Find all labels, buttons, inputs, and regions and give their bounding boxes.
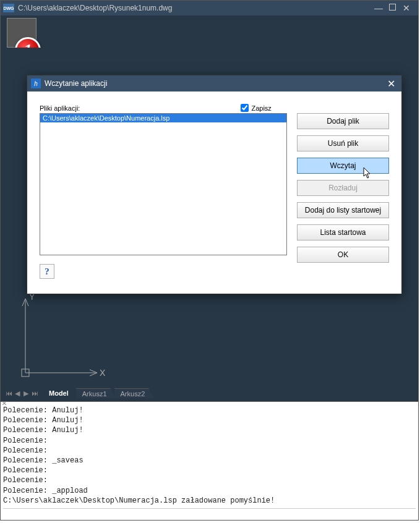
ok-button[interactable]: OK bbox=[297, 247, 389, 263]
console-marker-icon: ✕ bbox=[2, 398, 7, 409]
console-line: Polecenie: bbox=[3, 446, 416, 456]
add-file-button[interactable]: Dodaj plik bbox=[297, 113, 389, 129]
startup-list-button[interactable]: Lista startowa bbox=[297, 224, 389, 240]
tab-nav-prev[interactable]: ◀ bbox=[13, 389, 22, 398]
tab-nav-last[interactable]: ⏭ bbox=[30, 389, 39, 398]
help-button[interactable]: ? bbox=[40, 264, 54, 279]
save-checkbox[interactable] bbox=[241, 104, 249, 112]
tab-nav-next[interactable]: ▶ bbox=[22, 389, 30, 398]
unload-button: Rozładuj bbox=[297, 180, 389, 196]
console-line: Polecenie: bbox=[3, 466, 416, 475]
command-console[interactable]: ✕ Polecenie: Anuluj! Polecenie: Anuluj! … bbox=[0, 402, 419, 521]
tab-nav-first[interactable]: ⏮ bbox=[4, 389, 13, 398]
console-line: Polecenie: _appload bbox=[3, 486, 416, 496]
dialog-close-button[interactable]: ✕ bbox=[384, 77, 398, 90]
load-application-dialog: h Wczytanie aplikacji ✕ Pliki aplikacji:… bbox=[27, 75, 402, 294]
window-title: C:\Users\aklaczek\Desktop\Rysunek1num.dw… bbox=[18, 4, 373, 12]
load-button[interactable]: Wczytaj bbox=[297, 158, 389, 174]
ucs-axes: Y X bbox=[20, 292, 107, 379]
x-axis-label: X bbox=[100, 368, 106, 378]
console-line: C:\Users\aklaczek\Desktop\Numeracja.lsp … bbox=[3, 496, 416, 506]
window-controls: — ✕ bbox=[373, 2, 412, 14]
main-window: DWG C:\Users\aklaczek\Desktop\Rysunek1nu… bbox=[0, 0, 419, 402]
save-checkbox-group: Zapisz bbox=[241, 104, 271, 112]
console-line: Polecenie: Anuluj! bbox=[3, 415, 416, 425]
tab-sheet1[interactable]: Arkusz1 bbox=[76, 388, 116, 399]
maximize-button[interactable] bbox=[389, 4, 396, 11]
annotation-marker-frame: 1 bbox=[7, 18, 36, 48]
save-checkbox-label: Zapisz bbox=[251, 104, 271, 112]
dialog-title: Wczytanie aplikacji bbox=[45, 79, 384, 88]
titlebar: DWG C:\Users\aklaczek\Desktop\Rysunek1nu… bbox=[1, 1, 418, 15]
tab-model[interactable]: Model bbox=[43, 388, 77, 398]
console-line: Polecenie: _saveas bbox=[3, 456, 416, 466]
files-label: Pliki aplikacji: bbox=[40, 104, 80, 112]
console-line: Polecenie: bbox=[3, 436, 416, 446]
dwg-file-icon: DWG bbox=[3, 4, 14, 12]
minimize-button[interactable]: — bbox=[373, 2, 384, 14]
console-line: Polecenie: Anuluj! bbox=[3, 406, 416, 415]
close-button[interactable]: ✕ bbox=[401, 2, 412, 14]
add-to-startup-button[interactable]: Dodaj do listy startowej bbox=[297, 202, 389, 218]
file-list-item[interactable]: C:\Users\aklaczek\Desktop\Numeracja.lsp bbox=[40, 114, 286, 122]
console-line: Polecenie: Anuluj! bbox=[3, 425, 416, 435]
console-line: Polecenie: bbox=[3, 475, 416, 485]
dialog-titlebar: h Wczytanie aplikacji ✕ bbox=[27, 75, 401, 91]
layout-tabbar: ⏮ ◀ ▶ ⏭ Model Arkusz1 Arkusz2 bbox=[4, 387, 414, 399]
svg-rect-2 bbox=[22, 369, 29, 376]
console-divider bbox=[3, 508, 416, 509]
tab-sheet2[interactable]: Arkusz2 bbox=[114, 388, 154, 399]
remove-file-button[interactable]: Usuń plik bbox=[297, 135, 389, 151]
dialog-app-icon: h bbox=[31, 79, 41, 88]
application-file-list[interactable]: C:\Users\aklaczek\Desktop\Numeracja.lsp bbox=[40, 113, 287, 255]
dialog-body: Pliki aplikacji: Zapisz C:\Users\aklacze… bbox=[27, 91, 401, 294]
